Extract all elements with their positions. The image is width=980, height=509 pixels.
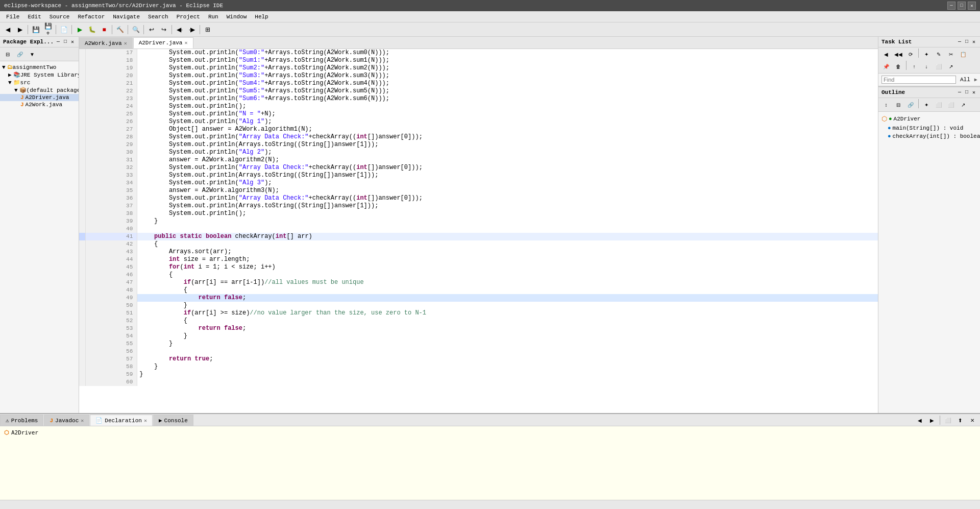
outline-btn-7[interactable]: ↗ — [958, 99, 969, 110]
task-btn-10[interactable]: ↑ — [909, 61, 920, 72]
menu-search[interactable]: Search — [144, 13, 173, 21]
task-btn-8[interactable]: 📌 — [880, 61, 892, 72]
toolbar-prev-edit[interactable]: ◀· — [174, 24, 185, 35]
line-num-26: 26 — [85, 118, 137, 126]
toolbar-build[interactable]: 🔨 — [114, 24, 126, 35]
bottom-ctrl-4[interactable]: ⬆ — [954, 415, 966, 426]
toolbar-new[interactable]: 📄 — [58, 24, 69, 35]
tab-problems[interactable]: ⚠ Problems — [0, 415, 43, 426]
toolbar-perspective[interactable]: ⊞ — [202, 24, 213, 35]
toolbar-run[interactable]: ▶ — [74, 24, 85, 35]
tree-item-a2driver[interactable]: J A2Driver.java — [0, 94, 79, 101]
outline-minimize[interactable]: — — [957, 89, 963, 96]
task-list-maximize[interactable]: □ — [964, 38, 970, 45]
code-line-58: 58 } — [79, 363, 878, 371]
tree-item-default-pkg[interactable]: ▼ 📦 (default package) — [0, 86, 79, 94]
bottom-ctrl-2[interactable]: ▶ — [926, 415, 938, 426]
tab-console[interactable]: ▶ Console — [153, 415, 193, 426]
task-search-input[interactable] — [881, 76, 956, 84]
menu-file[interactable]: File — [2, 13, 23, 21]
tab-declaration[interactable]: 📄 Declaration ✕ — [90, 415, 153, 426]
task-btn-12[interactable]: ⬜ — [933, 61, 944, 72]
task-btn-6[interactable]: ✂ — [945, 49, 957, 60]
tab-a2driver-close[interactable]: ✕ — [184, 40, 187, 46]
line-num-30: 30 — [85, 149, 137, 156]
tab-a2work-close[interactable]: ✕ — [124, 40, 127, 46]
outline-btn-6[interactable]: ⬜ — [945, 99, 957, 110]
outline-btn-3[interactable]: 🔗 — [905, 99, 916, 110]
toolbar-next-edit[interactable]: ·▶ — [186, 24, 198, 35]
task-btn-1[interactable]: ◀ — [880, 49, 892, 60]
toolbar-save-all[interactable]: 💾+ — [42, 24, 54, 35]
outline-btn-4[interactable]: ✦ — [921, 99, 932, 110]
pkg-link[interactable]: 🔗 — [14, 49, 26, 60]
pkg-collapse[interactable]: ⊟ — [2, 49, 13, 60]
code-line-23: 23 System.out.println("Sum6:"+Arrays.toS… — [79, 95, 878, 103]
task-btn-2[interactable]: ◀◀ — [893, 49, 904, 60]
menu-navigate[interactable]: Navigate — [109, 13, 144, 21]
tab-a2driver[interactable]: A2Driver.java ✕ — [133, 37, 193, 49]
bottom-ctrl-1[interactable]: ◀ — [914, 415, 925, 426]
menu-project[interactable]: Project — [173, 13, 204, 21]
menu-window[interactable]: Window — [223, 13, 251, 21]
menu-edit[interactable]: Edit — [23, 13, 45, 21]
task-btn-5[interactable]: ✎ — [933, 49, 944, 60]
maximize-button[interactable]: □ — [958, 2, 966, 10]
panel-minimize[interactable]: — — [55, 38, 61, 45]
task-search-all[interactable]: All — [958, 76, 972, 83]
task-list-minimize[interactable]: — — [957, 38, 963, 45]
task-list-close[interactable]: ✕ — [971, 38, 977, 45]
line-code-42: { — [137, 240, 878, 248]
green-dot: ● — [889, 116, 892, 122]
code-line-27: 27 Object[] answer = A2Work.algorithm1(N… — [79, 126, 878, 133]
task-btn-4[interactable]: ✦ — [921, 49, 932, 60]
close-button[interactable]: ✕ — [968, 2, 976, 10]
tab-javadoc-close[interactable]: ✕ — [81, 418, 84, 424]
outline-item-main[interactable]: ● main(String[]) : void — [879, 124, 979, 132]
task-btn-3[interactable]: ⟳ — [905, 49, 916, 60]
panel-close[interactable]: ✕ — [69, 38, 76, 45]
menu-refactor[interactable]: Refactor — [74, 13, 109, 21]
outline-item-a2driver[interactable]: ⬡ ● A2Driver — [879, 114, 979, 124]
tree-item-src[interactable]: ▼ 📁 src — [0, 79, 79, 86]
jre-icon: 📚 — [13, 71, 20, 78]
toolbar-undo[interactable]: ↩ — [146, 24, 157, 35]
task-btn-13[interactable]: ↗ — [945, 61, 957, 72]
tab-declaration-close[interactable]: ✕ — [144, 418, 147, 424]
menu-run[interactable]: Run — [204, 13, 223, 21]
editor-area[interactable]: 17 System.out.println("Sum0:"+Arrays.toS… — [79, 49, 878, 413]
toolbar-debug[interactable]: 🐛 — [86, 24, 97, 35]
outline-btn-5[interactable]: ⬜ — [933, 99, 944, 110]
line-num-22: 22 — [85, 87, 137, 95]
line-mark-28 — [79, 133, 85, 141]
outline-btn-1[interactable]: ↕ — [880, 99, 892, 110]
line-code-41: public static boolean checkArray(int[] a… — [137, 233, 878, 240]
outline-maximize[interactable]: □ — [964, 89, 970, 96]
minimize-button[interactable]: ─ — [947, 2, 955, 10]
task-btn-11[interactable]: ↓ — [921, 61, 932, 72]
tab-console-label: Console — [164, 418, 188, 424]
toolbar-back[interactable]: ◀ — [2, 24, 13, 35]
tree-item-jre[interactable]: ▶ 📚 JRE System Library [jdk-1... — [0, 71, 79, 79]
bottom-tabs: ⚠ Problems J Javadoc ✕ 📄 Declaration ✕ ▶… — [0, 414, 980, 426]
bottom-ctrl-3[interactable]: ⬜ — [942, 415, 953, 426]
tab-javadoc[interactable]: J Javadoc ✕ — [44, 415, 89, 426]
pkg-menu[interactable]: ▼ — [27, 49, 38, 60]
menu-help[interactable]: Help — [251, 13, 272, 21]
toolbar-search[interactable]: 🔍 — [130, 24, 141, 35]
outline-close[interactable]: ✕ — [971, 89, 977, 96]
menu-source[interactable]: Source — [45, 13, 74, 21]
bottom-ctrl-5[interactable]: ✕ — [967, 415, 978, 426]
toolbar-stop[interactable]: ■ — [99, 24, 110, 35]
outline-item-checkarray[interactable]: ● checkArray(int[]) : boolean — [879, 132, 979, 140]
tree-item-a2work[interactable]: J A2Work.java — [0, 101, 79, 108]
toolbar-redo[interactable]: ↪ — [158, 24, 169, 35]
toolbar-save[interactable]: 💾 — [30, 24, 41, 35]
tree-item-assignmenttwo[interactable]: ▼ 🗂 assignmentTwo — [0, 63, 79, 71]
panel-maximize[interactable]: □ — [62, 38, 68, 45]
toolbar-forward[interactable]: ▶ — [14, 24, 26, 35]
outline-btn-2[interactable]: ⊟ — [893, 99, 904, 110]
tab-a2work[interactable]: A2Work.java ✕ — [79, 37, 133, 49]
task-btn-9[interactable]: 🗑 — [893, 61, 904, 72]
task-btn-7[interactable]: 📋 — [958, 49, 969, 60]
